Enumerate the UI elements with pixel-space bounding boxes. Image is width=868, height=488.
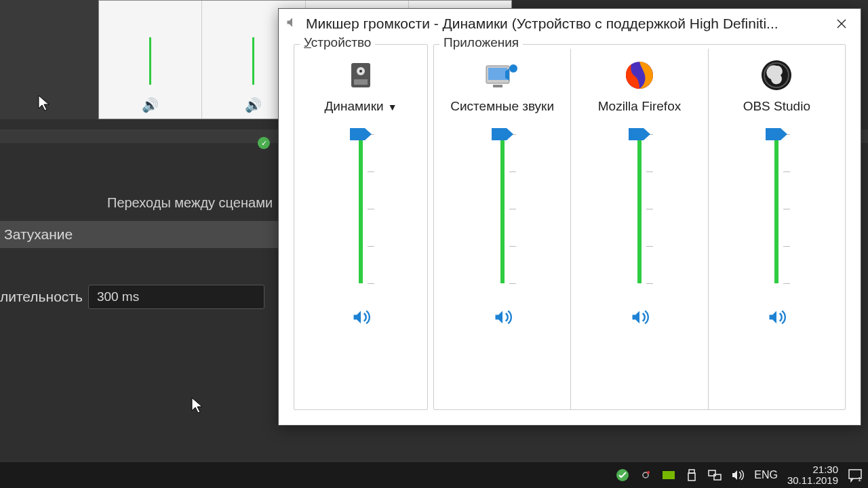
mute-button-firefox[interactable] [626, 304, 653, 331]
obs-icon[interactable] [760, 57, 793, 94]
volume-slider-firefox[interactable] [626, 134, 653, 283]
speaker-titlebar-icon [285, 16, 299, 33]
tray-language[interactable]: ENG [754, 469, 778, 481]
speaker-device-icon[interactable] [344, 57, 377, 94]
svg-point-7 [509, 64, 517, 73]
svg-point-2 [359, 70, 362, 73]
mixer-column-system-sounds: Системные звуки [434, 49, 571, 409]
mouse-cursor-icon [38, 95, 50, 111]
volume-slider-obs[interactable] [763, 134, 790, 283]
svg-rect-17 [688, 473, 695, 481]
svg-point-12 [639, 469, 652, 481]
mute-button-system-sounds[interactable] [489, 304, 516, 331]
firefox-icon[interactable] [623, 57, 656, 94]
chevron-down-icon: ▼ [388, 102, 397, 113]
obs-transitions-header: Переходы между сценами [107, 195, 273, 211]
app-label[interactable]: OBS Studio [743, 99, 810, 114]
svg-rect-3 [354, 79, 368, 85]
app-label[interactable]: Системные звуки [450, 99, 554, 114]
mixer-title: Микшер громкости - Динамики (Устройство … [306, 16, 827, 32]
tray-clock[interactable]: 21:30 30.11.2019 [787, 464, 838, 487]
obs-transition-select[interactable]: Затухание [0, 221, 278, 248]
system-tray: ENG 21:30 30.11.2019 1 [616, 464, 863, 487]
mute-button-device[interactable] [347, 304, 374, 331]
tray-status-ok-icon[interactable] [616, 468, 629, 482]
mixer-titlebar[interactable]: Микшер громкости - Динамики (Устройство … [279, 9, 861, 39]
close-button[interactable] [827, 9, 856, 39]
device-group: Устройство Динамики▼ [294, 44, 428, 410]
svg-text:1: 1 [858, 476, 861, 483]
tray-obs-icon[interactable] [639, 468, 652, 482]
tray-network-icon[interactable] [708, 468, 722, 482]
mouse-cursor-icon [191, 397, 203, 413]
tray-volume-icon[interactable] [731, 468, 745, 482]
volume-slider-device[interactable] [347, 134, 374, 283]
apps-group-label: Приложения [439, 35, 523, 50]
mixer-column-obs: OBS Studio [709, 49, 845, 409]
tray-usb-icon[interactable] [685, 468, 698, 482]
mixer-column-firefox: Mozilla Firefox [571, 49, 708, 409]
mute-button-obs[interactable] [763, 304, 790, 331]
device-dropdown[interactable]: Динамики▼ [324, 99, 397, 114]
svg-rect-15 [663, 471, 675, 479]
svg-rect-5 [488, 68, 507, 80]
volume-mixer-window: Микшер громкости - Динамики (Устройство … [278, 8, 861, 426]
system-sounds-icon[interactable] [485, 57, 520, 94]
tray-time: 21:30 [787, 464, 838, 476]
svg-point-14 [647, 471, 650, 474]
obs-status-indicator-icon: ✓ [258, 137, 270, 149]
tray-nvidia-icon[interactable] [662, 468, 675, 482]
tray-date: 30.11.2019 [787, 475, 838, 487]
tray-notifications-icon[interactable]: 1 [848, 468, 863, 483]
obs-duration-input[interactable]: 300 ms [88, 285, 264, 309]
mixer-column-device: Динамики▼ [294, 49, 427, 409]
device-group-label: Устройство [300, 35, 375, 50]
volume-slider-system-sounds[interactable] [489, 134, 516, 283]
obs-duration-label: лительность [0, 289, 83, 305]
taskbar[interactable]: ENG 21:30 30.11.2019 1 [0, 462, 868, 488]
svg-rect-6 [493, 85, 502, 87]
app-label[interactable]: Mozilla Firefox [598, 99, 681, 114]
applications-group: Приложения Системные звуки [433, 44, 846, 410]
